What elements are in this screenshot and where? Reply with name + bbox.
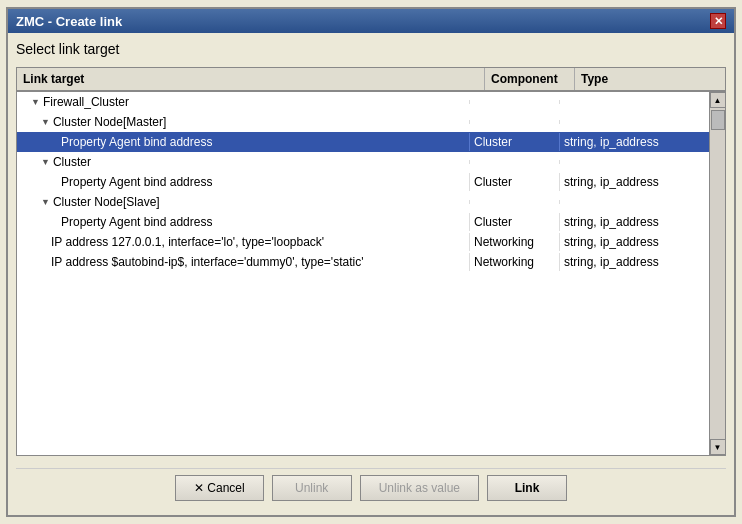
expand-icon[interactable]: ▼ xyxy=(41,117,50,127)
scrollbar-track: ▲ ▼ xyxy=(709,92,725,455)
table-row[interactable]: IP address $autobind-ip$, interface='dum… xyxy=(17,252,709,272)
row-label: Firewall_Cluster xyxy=(43,95,129,109)
cell-type xyxy=(559,120,709,124)
cell-link-target: IP address 127.0.0.1, interface='lo', ty… xyxy=(17,233,469,251)
title-bar: ZMC - Create link ✕ xyxy=(8,9,734,33)
header-link-target: Link target xyxy=(17,68,485,90)
cell-component: Cluster xyxy=(469,173,559,191)
cell-type xyxy=(559,100,709,104)
cell-type xyxy=(559,200,709,204)
table-row[interactable]: ▼Cluster Node[Master] xyxy=(17,112,709,132)
dialog-footer: ✕ Cancel Unlink Unlink as value Link xyxy=(16,468,726,507)
cell-type: string, ip_address xyxy=(559,173,709,191)
cell-link-target: ▼Firewall_Cluster xyxy=(17,93,469,111)
table-scroll[interactable]: ▼Firewall_Cluster▼Cluster Node[Master]Pr… xyxy=(17,92,709,455)
cancel-button[interactable]: ✕ Cancel xyxy=(175,475,264,501)
cell-link-target: Property Agent bind address xyxy=(17,213,469,231)
header-component: Component xyxy=(485,68,575,90)
table-row[interactable]: ▼Cluster xyxy=(17,152,709,172)
table-row[interactable]: IP address 127.0.0.1, interface='lo', ty… xyxy=(17,232,709,252)
row-label: Cluster Node[Master] xyxy=(53,115,166,129)
cell-component: Networking xyxy=(469,233,559,251)
cell-link-target: ▼Cluster Node[Slave] xyxy=(17,193,469,211)
row-label: Cluster xyxy=(53,155,91,169)
cell-type: string, ip_address xyxy=(559,253,709,271)
row-label: Property Agent bind address xyxy=(61,135,212,149)
row-label: IP address 127.0.0.1, interface='lo', ty… xyxy=(51,235,324,249)
expand-icon[interactable]: ▼ xyxy=(31,97,40,107)
scrollbar-up-button[interactable]: ▲ xyxy=(710,92,726,108)
cell-component xyxy=(469,120,559,124)
cell-type: string, ip_address xyxy=(559,233,709,251)
expand-icon[interactable]: ▼ xyxy=(41,157,50,167)
table-header: Link target Component Type xyxy=(17,68,725,92)
header-type: Type xyxy=(575,68,725,90)
row-label: Cluster Node[Slave] xyxy=(53,195,160,209)
cell-link-target: ▼Cluster xyxy=(17,153,469,171)
table-row[interactable]: ▼Cluster Node[Slave] xyxy=(17,192,709,212)
unlink-button[interactable]: Unlink xyxy=(272,475,352,501)
cell-type xyxy=(559,160,709,164)
table-container: Link target Component Type ▼Firewall_Clu… xyxy=(16,67,726,456)
cell-component xyxy=(469,200,559,204)
cell-link-target: ▼Cluster Node[Master] xyxy=(17,113,469,131)
cell-component xyxy=(469,160,559,164)
cell-component: Cluster xyxy=(469,213,559,231)
dialog-create-link: ZMC - Create link ✕ Select link target L… xyxy=(6,7,736,517)
scrollbar-thumb[interactable] xyxy=(711,110,725,130)
table-row[interactable]: Property Agent bind addressClusterstring… xyxy=(17,132,709,152)
cell-component: Cluster xyxy=(469,133,559,151)
table-inner: ▼Firewall_Cluster▼Cluster Node[Master]Pr… xyxy=(17,92,725,455)
cell-component xyxy=(469,100,559,104)
link-button[interactable]: Link xyxy=(487,475,567,501)
cell-link-target: Property Agent bind address xyxy=(17,173,469,191)
table-row[interactable]: Property Agent bind addressClusterstring… xyxy=(17,212,709,232)
table-row[interactable]: ▼Firewall_Cluster xyxy=(17,92,709,112)
dialog-title: ZMC - Create link xyxy=(16,14,122,29)
close-button[interactable]: ✕ xyxy=(710,13,726,29)
cell-component: Networking xyxy=(469,253,559,271)
cell-type: string, ip_address xyxy=(559,213,709,231)
dialog-body: Select link target Link target Component… xyxy=(8,33,734,515)
cell-type: string, ip_address xyxy=(559,133,709,151)
table-row[interactable]: Property Agent bind addressClusterstring… xyxy=(17,172,709,192)
expand-icon[interactable]: ▼ xyxy=(41,197,50,207)
row-label: Property Agent bind address xyxy=(61,175,212,189)
row-label: Property Agent bind address xyxy=(61,215,212,229)
dialog-subtitle: Select link target xyxy=(16,41,726,57)
scrollbar-down-button[interactable]: ▼ xyxy=(710,439,726,455)
cell-link-target: IP address $autobind-ip$, interface='dum… xyxy=(17,253,469,271)
unlink-as-value-button[interactable]: Unlink as value xyxy=(360,475,479,501)
cell-link-target: Property Agent bind address xyxy=(17,133,469,151)
row-label: IP address $autobind-ip$, interface='dum… xyxy=(51,255,363,269)
